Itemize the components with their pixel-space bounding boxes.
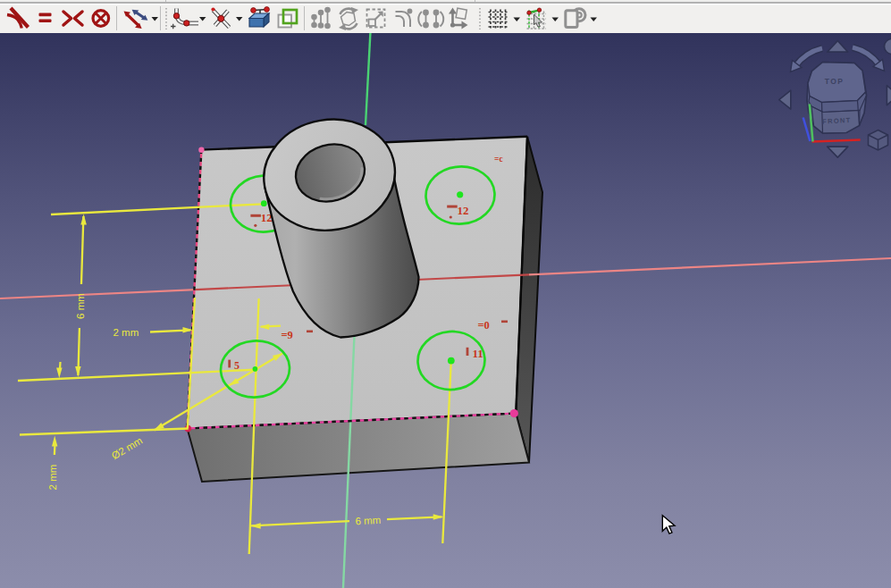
svg-text:12: 12	[458, 204, 469, 217]
svg-text:11: 11	[473, 347, 483, 360]
svg-text:6 mm: 6 mm	[75, 293, 86, 319]
svg-text:FRONT: FRONT	[822, 116, 852, 126]
svg-text:5: 5	[234, 359, 240, 372]
svg-text:2 mm: 2 mm	[113, 327, 139, 338]
svg-text:=9: =9	[282, 329, 293, 341]
svg-text:6 mm: 6 mm	[355, 515, 381, 526]
svg-text:2 mm: 2 mm	[47, 465, 58, 491]
svg-text:TOP: TOP	[825, 77, 845, 86]
svg-text:=0: =0	[478, 319, 490, 332]
svg-text:=c: =c	[494, 155, 503, 164]
